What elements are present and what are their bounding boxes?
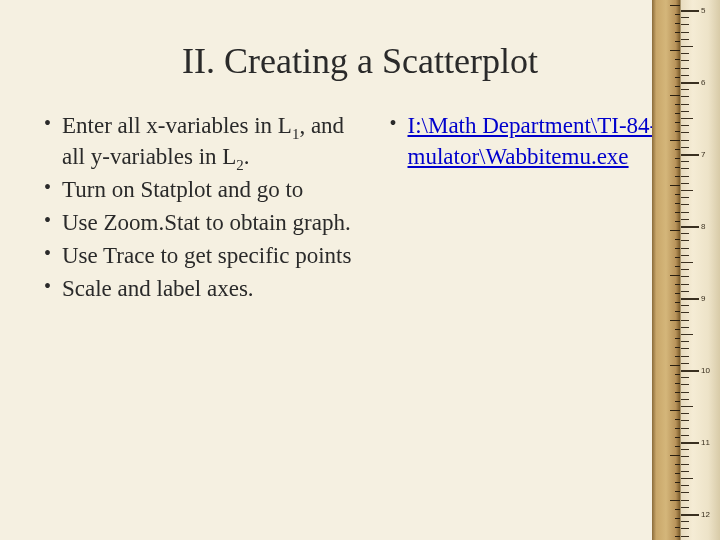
ruler-number: 6: [701, 78, 705, 87]
ruler-tick-minor: [681, 492, 689, 493]
ruler-tick-minor: [681, 536, 689, 537]
ruler-tick-minor: [681, 413, 689, 414]
ruler-tick-minor: [681, 96, 689, 97]
ruler-tick-minor: [681, 204, 689, 205]
ruler-tick-minor: [681, 305, 689, 306]
ruler-tick-minor: [681, 17, 689, 18]
ruler-tick-major: [681, 82, 699, 84]
right-column: I:\Math Department\TI-84-Emulator\Wabbit…: [386, 110, 681, 306]
ruler-tick-minor: [681, 53, 689, 54]
ruler-tick-minor: [681, 248, 689, 249]
ruler-tick-minor: [681, 341, 689, 342]
bullet-item: Enter all x-variables in L1, and all y-v…: [40, 110, 366, 172]
subscript: 2: [236, 157, 243, 173]
ruler-tick-minor: [681, 75, 689, 76]
ruler-tick-minor: [681, 269, 689, 270]
ruler-tick-minor: [681, 485, 689, 486]
ruler-tick-minor: [681, 528, 689, 529]
ruler-tick-minor: [681, 140, 689, 141]
ruler-tick-minor: [681, 111, 689, 112]
left-bullet-list: Enter all x-variables in L1, and all y-v…: [40, 110, 366, 304]
ruler-tick-minor: [681, 377, 689, 378]
ruler-tick-major: [681, 370, 699, 372]
bullet-item: Scale and label axes.: [40, 273, 366, 304]
ruler-tick-minor: [681, 435, 689, 436]
ruler-wood-tick: [670, 50, 680, 51]
ruler-wood-tick: [670, 140, 680, 141]
ruler-tick-minor: [681, 118, 693, 119]
ruler-wood-strip: [652, 0, 680, 540]
ruler-tick-minor: [681, 132, 689, 133]
ruler-tick-minor: [681, 356, 689, 357]
ruler-tick-minor: [681, 428, 689, 429]
ruler-number: 8: [701, 222, 705, 231]
ruler-tick-minor: [681, 125, 689, 126]
ruler-tick-minor: [681, 212, 689, 213]
ruler-number: 9: [701, 294, 705, 303]
ruler-tick-minor: [681, 392, 689, 393]
ruler-tick-minor: [681, 147, 689, 148]
ruler-tick-major: [681, 514, 699, 516]
ruler-tick-minor: [681, 183, 689, 184]
bullet-text: Scale and label axes.: [62, 276, 254, 301]
ruler-number: 5: [701, 6, 705, 15]
ruler-tick-minor: [681, 60, 689, 61]
bullet-text: Use Zoom.Stat to obtain graph.: [62, 210, 351, 235]
slide-title: II. Creating a Scatterplot: [40, 40, 680, 82]
ruler-wood-tick: [670, 320, 680, 321]
ruler-tick-minor: [681, 464, 689, 465]
ruler-wood-tick: [670, 95, 680, 96]
ruler-tick-minor: [681, 197, 689, 198]
ruler-tick-minor: [681, 168, 689, 169]
ruler-tick-minor: [681, 312, 689, 313]
ruler-tick-minor: [681, 233, 689, 234]
ruler-tick-minor: [681, 32, 689, 33]
ruler-wood-tick: [670, 410, 680, 411]
bullet-item: I:\Math Department\TI-84-Emulator\Wabbit…: [386, 110, 681, 172]
ruler-tick-minor: [681, 521, 689, 522]
ruler-tick-minor: [681, 406, 693, 407]
ruler-tick-minor: [681, 262, 693, 263]
left-column: Enter all x-variables in L1, and all y-v…: [40, 110, 366, 306]
bullet-item: Turn on Statplot and go to: [40, 174, 366, 205]
ruler-wood-tick: [670, 185, 680, 186]
ruler-tick-minor: [681, 334, 693, 335]
ruler-wood-tick: [670, 500, 680, 501]
ruler-tick-minor: [681, 24, 689, 25]
ruler-tick-minor: [681, 327, 689, 328]
ruler-wood-tick: [670, 230, 680, 231]
ruler-tick-minor: [681, 240, 689, 241]
ruler-tick-major: [681, 298, 699, 300]
ruler-number: 12: [701, 510, 710, 519]
bullet-text: Turn on Statplot and go to: [62, 177, 303, 202]
ruler-tick-minor: [681, 456, 689, 457]
ruler-tick-minor: [681, 89, 689, 90]
ruler-wood-tick: [670, 365, 680, 366]
bullet-text: Use Trace to get specific points: [62, 243, 351, 268]
ruler-tick-minor: [681, 190, 693, 191]
right-bullet-list: I:\Math Department\TI-84-Emulator\Wabbit…: [386, 110, 681, 172]
ruler-tick-minor: [681, 276, 689, 277]
ruler-tick-minor: [681, 500, 689, 501]
ruler-tick-major: [681, 154, 699, 156]
ruler-tick-minor: [681, 471, 689, 472]
ruler-tick-minor: [681, 320, 689, 321]
ruler-tick-minor: [681, 219, 689, 220]
ruler-tick-minor: [681, 348, 689, 349]
ruler-tick-minor: [681, 284, 689, 285]
ruler-wood-tick: [670, 455, 680, 456]
ruler-tick-major: [681, 10, 699, 12]
bullet-item: Use Zoom.Stat to obtain graph.: [40, 207, 366, 238]
emulator-link[interactable]: I:\Math Department\TI-84-Emulator\Wabbit…: [408, 113, 672, 169]
ruler-wood-tick: [670, 275, 680, 276]
ruler-tick-minor: [681, 46, 693, 47]
ruler-tick-minor: [681, 363, 689, 364]
ruler-tick-minor: [681, 478, 693, 479]
ruler-tick-minor: [681, 104, 689, 105]
content-columns: Enter all x-variables in L1, and all y-v…: [40, 110, 680, 306]
ruler-tick-minor: [681, 384, 689, 385]
ruler-tick-minor: [681, 449, 689, 450]
ruler-tick-minor: [681, 507, 689, 508]
bullet-text: .: [244, 144, 250, 169]
ruler-tick-minor: [681, 291, 689, 292]
